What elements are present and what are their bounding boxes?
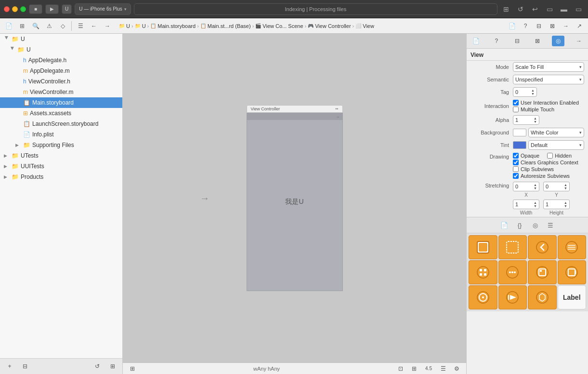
inspector-tab-identity[interactable]: ⊟ — [511, 36, 523, 46]
component-scroll-view[interactable] — [558, 260, 587, 284]
settings-button[interactable]: ⚙ — [451, 363, 462, 374]
forward-button[interactable]: → — [102, 20, 113, 32]
lib-tab-circle[interactable]: ◎ — [528, 219, 542, 231]
breadcrumb-scene[interactable]: 🎬 View Co... Scene — [255, 23, 303, 29]
sidebar-item-u-group[interactable]: ▶ 📁 U — [0, 44, 122, 55]
panel-right-icon[interactable]: ▭ — [573, 3, 584, 15]
sidebar-item-utests[interactable]: ▶ 📁 UTests — [0, 150, 122, 161]
minimize-button[interactable] — [12, 6, 18, 12]
tint-select[interactable]: Default ▾ — [528, 140, 584, 150]
component-3d-view[interactable] — [528, 285, 557, 309]
history-button[interactable]: ↺ — [91, 361, 103, 372]
inspector-quick-btn[interactable]: ↗ — [574, 20, 585, 32]
inspector-tab-attributes[interactable]: ⊠ — [531, 36, 544, 46]
back-button[interactable]: ← — [88, 20, 100, 32]
inspector-tab-size[interactable]: ◎ — [552, 36, 564, 46]
semantic-select[interactable]: Unspecified ▾ — [513, 75, 584, 84]
lib-tab-list[interactable]: ☰ — [544, 219, 557, 231]
warning-button[interactable]: ⚠ — [43, 20, 55, 32]
inspector-attr-btn[interactable]: ⊟ — [533, 20, 545, 32]
sidebar-root[interactable]: ▶ 📁 U — [0, 34, 122, 44]
user-interaction-checkbox[interactable] — [513, 100, 519, 106]
refresh-icon[interactable]: ↺ — [515, 3, 526, 15]
component-view-outline[interactable] — [498, 235, 527, 259]
inspector-conn-btn[interactable]: → — [560, 20, 572, 32]
stretch-h-input[interactable]: 1 ▲ ▼ — [543, 200, 570, 209]
sidebar-item-launchscreen[interactable]: 📋 LaunchScreen.storyboard — [0, 119, 122, 129]
sidebar-item-infoplist[interactable]: 📄 Info.plist — [0, 129, 122, 140]
breadcrumb-controller[interactable]: 🎮 View Controller — [308, 23, 351, 29]
inspector-tab-file[interactable]: 📄 — [470, 36, 482, 46]
clears-graphics-checkbox[interactable] — [513, 160, 519, 165]
stretch-x-input[interactable]: 0 ▲ ▼ — [513, 182, 539, 191]
sidebar-item-main-storyboard[interactable]: 📋 Main.storyboard — [0, 97, 122, 108]
sidebar-item-appdelegate-h[interactable]: h AppDelegate.h — [0, 55, 122, 66]
tint-color-swatch[interactable] — [513, 141, 526, 149]
component-collection-view[interactable] — [469, 260, 497, 284]
breadcrumb-view[interactable]: ⬜ View — [355, 23, 374, 29]
stretch-y-input[interactable]: 0 ▲ ▼ — [543, 182, 570, 191]
breadcrumb-u-folder[interactable]: 📁 U — [119, 23, 130, 29]
zoom-level-button[interactable]: 4.5 — [422, 363, 435, 374]
sidebar-item-appdelegate-m[interactable]: m AppDelegate.m — [0, 66, 122, 76]
autoresize-subviews-checkbox[interactable] — [513, 173, 519, 179]
background-select[interactable]: White Color ▾ — [528, 128, 584, 137]
component-back-button[interactable] — [528, 235, 557, 259]
tag-stepper[interactable]: 0 ▲ ▼ — [513, 87, 537, 97]
add-file-button[interactable]: 📄 — [3, 20, 14, 32]
clip-subviews-checkbox[interactable] — [513, 166, 519, 172]
panel-left-icon[interactable]: ▭ — [544, 3, 555, 15]
play-button[interactable]: ▶ — [45, 4, 59, 14]
sidebar-item-viewcontroller-h[interactable]: h ViewController.h — [0, 76, 122, 87]
lib-tab-code[interactable]: {} — [513, 219, 526, 231]
background-color-swatch[interactable] — [513, 129, 526, 136]
grid-view-button[interactable]: ⊞ — [107, 361, 118, 372]
sidebar-item-products[interactable]: ▶ 📁 Products — [0, 172, 122, 182]
inspector-tab-quick[interactable]: ? — [490, 36, 503, 46]
close-button[interactable] — [4, 6, 10, 12]
add-item-button[interactable]: + — [4, 361, 15, 372]
group-button[interactable]: ⊞ — [16, 20, 28, 32]
breakpoint-button[interactable]: ◇ — [57, 20, 68, 32]
sidebar-item-uuitests[interactable]: ▶ 📁 UUITests — [0, 161, 122, 172]
inspector-file-btn[interactable]: 📄 — [506, 20, 518, 32]
fullscreen-button[interactable] — [20, 6, 26, 12]
component-table-view[interactable] — [558, 235, 587, 259]
stop-button[interactable]: ■ — [29, 4, 42, 14]
inspector-help-btn[interactable]: ? — [520, 20, 531, 32]
component-date-picker[interactable] — [469, 285, 497, 309]
component-label[interactable]: Label — [558, 285, 587, 309]
component-view[interactable] — [469, 235, 497, 259]
sidebar-item-viewcontroller-m[interactable]: m ViewController.m — [0, 87, 122, 97]
mode-select[interactable]: Scale To Fill ▾ — [513, 62, 584, 72]
grid-icon[interactable]: ⊞ — [500, 3, 512, 15]
opaque-checkbox[interactable] — [513, 153, 519, 159]
list-view-button[interactable]: ☰ — [437, 363, 449, 374]
component-image-view[interactable] — [528, 260, 557, 284]
nav-list-button[interactable]: ☰ — [75, 20, 86, 32]
lib-tab-file[interactable]: 📄 — [497, 219, 511, 231]
phone-frame[interactable]: •• 我是U — [247, 113, 343, 291]
zoom-fit-button[interactable]: ⊡ — [395, 363, 406, 374]
panel-bottom-icon[interactable]: ▬ — [558, 3, 570, 15]
sidebar-item-supporting-files[interactable]: ▶ 📁 Supporting Files — [0, 140, 122, 150]
sidebar-item-assets[interactable]: ⊞ Assets.xcassets — [0, 108, 122, 119]
filter-button[interactable]: ⊟ — [19, 361, 31, 372]
component-table-cell[interactable] — [498, 260, 527, 284]
share-icon[interactable]: ↩ — [529, 3, 541, 15]
inspector-tab-connections[interactable]: → — [573, 36, 585, 46]
breadcrumb-u[interactable]: 📁 U — [135, 23, 146, 29]
hidden-checkbox[interactable] — [547, 153, 553, 159]
breadcrumb-main-storyboard[interactable]: 📋 Main.storyboard — [150, 23, 196, 29]
storyboard-view-button[interactable]: ⊞ — [127, 363, 138, 374]
inspector-size-btn[interactable]: ⊠ — [547, 20, 558, 32]
zoom-in-button[interactable]: ⊞ — [408, 363, 420, 374]
search-button[interactable]: 🔍 — [30, 20, 41, 32]
stretch-w-input[interactable]: 1 ▲ ▼ — [513, 200, 539, 209]
device-selector[interactable]: U — iPhone 6s Plus ▾ — [75, 3, 131, 15]
component-media-player[interactable] — [498, 285, 527, 309]
breadcrumb-base[interactable]: 📋 Main.st...rd (Base) — [200, 23, 251, 29]
scheme-button[interactable]: U — [62, 4, 72, 14]
alpha-stepper[interactable]: 1 ▲ ▼ — [513, 115, 539, 125]
multiple-touch-checkbox[interactable] — [513, 107, 519, 112]
